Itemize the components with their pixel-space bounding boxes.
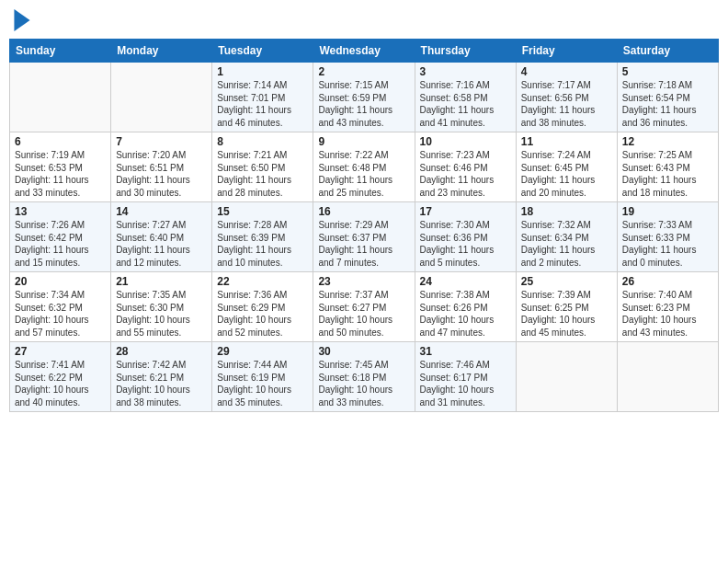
week-row-5: 27Sunrise: 7:41 AM Sunset: 6:22 PM Dayli…	[10, 342, 719, 412]
page-header	[9, 9, 719, 35]
day-of-week-wednesday: Wednesday	[313, 40, 415, 63]
day-detail: Sunrise: 7:38 AM Sunset: 6:26 PM Dayligh…	[420, 289, 511, 339]
calendar-cell: 25Sunrise: 7:39 AM Sunset: 6:25 PM Dayli…	[516, 272, 617, 342]
calendar-cell: 30Sunrise: 7:45 AM Sunset: 6:18 PM Dayli…	[313, 342, 415, 412]
day-detail: Sunrise: 7:27 AM Sunset: 6:40 PM Dayligh…	[116, 219, 207, 269]
day-detail: Sunrise: 7:29 AM Sunset: 6:37 PM Dayligh…	[318, 219, 409, 269]
day-detail: Sunrise: 7:41 AM Sunset: 6:22 PM Dayligh…	[15, 359, 106, 408]
calendar-cell: 29Sunrise: 7:44 AM Sunset: 6:19 PM Dayli…	[212, 342, 313, 412]
day-detail: Sunrise: 7:15 AM Sunset: 6:59 PM Dayligh…	[318, 79, 409, 129]
day-detail: Sunrise: 7:25 AM Sunset: 6:43 PM Dayligh…	[622, 149, 713, 199]
week-row-1: 1Sunrise: 7:14 AM Sunset: 7:01 PM Daylig…	[10, 63, 719, 132]
day-number: 19	[622, 205, 713, 218]
calendar-cell: 11Sunrise: 7:24 AM Sunset: 6:45 PM Dayli…	[516, 132, 617, 202]
day-detail: Sunrise: 7:16 AM Sunset: 6:58 PM Dayligh…	[420, 79, 511, 129]
calendar-cell: 31Sunrise: 7:46 AM Sunset: 6:17 PM Dayli…	[415, 342, 516, 412]
calendar-body: 1Sunrise: 7:14 AM Sunset: 7:01 PM Daylig…	[10, 63, 719, 412]
calendar-cell: 1Sunrise: 7:14 AM Sunset: 7:01 PM Daylig…	[212, 63, 313, 132]
calendar-cell: 5Sunrise: 7:18 AM Sunset: 6:54 PM Daylig…	[617, 63, 718, 132]
day-of-week-thursday: Thursday	[415, 40, 516, 63]
day-number: 13	[15, 205, 106, 218]
calendar-cell: 3Sunrise: 7:16 AM Sunset: 6:58 PM Daylig…	[415, 63, 516, 132]
day-number: 18	[521, 205, 612, 218]
day-number: 10	[420, 135, 511, 148]
calendar-cell: 4Sunrise: 7:17 AM Sunset: 6:56 PM Daylig…	[516, 63, 617, 132]
day-of-week-friday: Friday	[516, 40, 617, 63]
day-detail: Sunrise: 7:33 AM Sunset: 6:33 PM Dayligh…	[622, 219, 713, 269]
day-detail: Sunrise: 7:45 AM Sunset: 6:18 PM Dayligh…	[318, 359, 409, 408]
calendar-cell: 26Sunrise: 7:40 AM Sunset: 6:23 PM Dayli…	[617, 272, 718, 342]
day-detail: Sunrise: 7:37 AM Sunset: 6:27 PM Dayligh…	[318, 289, 409, 339]
day-number: 20	[15, 275, 106, 288]
day-number: 22	[217, 275, 308, 288]
week-row-2: 6Sunrise: 7:19 AM Sunset: 6:53 PM Daylig…	[10, 132, 719, 202]
calendar-header: SundayMondayTuesdayWednesdayThursdayFrid…	[10, 40, 719, 63]
day-detail: Sunrise: 7:44 AM Sunset: 6:19 PM Dayligh…	[217, 359, 308, 408]
day-number: 12	[622, 135, 713, 148]
calendar-cell: 2Sunrise: 7:15 AM Sunset: 6:59 PM Daylig…	[313, 63, 415, 132]
day-detail: Sunrise: 7:26 AM Sunset: 6:42 PM Dayligh…	[15, 219, 106, 269]
calendar-cell: 18Sunrise: 7:32 AM Sunset: 6:34 PM Dayli…	[516, 202, 617, 272]
logo-icon	[13, 9, 31, 31]
day-detail: Sunrise: 7:36 AM Sunset: 6:29 PM Dayligh…	[217, 289, 308, 339]
day-number: 26	[622, 275, 713, 288]
days-of-week-row: SundayMondayTuesdayWednesdayThursdayFrid…	[10, 40, 719, 63]
day-number: 21	[116, 275, 207, 288]
day-detail: Sunrise: 7:23 AM Sunset: 6:46 PM Dayligh…	[420, 149, 511, 199]
day-number: 25	[521, 275, 612, 288]
day-number: 17	[420, 205, 511, 218]
day-number: 23	[318, 275, 409, 288]
day-detail: Sunrise: 7:21 AM Sunset: 6:50 PM Dayligh…	[217, 149, 308, 199]
day-detail: Sunrise: 7:39 AM Sunset: 6:25 PM Dayligh…	[521, 289, 612, 339]
calendar-cell: 27Sunrise: 7:41 AM Sunset: 6:22 PM Dayli…	[10, 342, 111, 412]
week-row-4: 20Sunrise: 7:34 AM Sunset: 6:32 PM Dayli…	[10, 272, 719, 342]
day-number: 7	[116, 135, 207, 148]
calendar-cell	[617, 342, 718, 412]
day-number: 24	[420, 275, 511, 288]
calendar-cell: 10Sunrise: 7:23 AM Sunset: 6:46 PM Dayli…	[415, 132, 516, 202]
calendar-cell: 13Sunrise: 7:26 AM Sunset: 6:42 PM Dayli…	[10, 202, 111, 272]
calendar-cell: 12Sunrise: 7:25 AM Sunset: 6:43 PM Dayli…	[617, 132, 718, 202]
logo	[13, 9, 33, 35]
calendar-cell	[10, 63, 111, 132]
day-detail: Sunrise: 7:42 AM Sunset: 6:21 PM Dayligh…	[116, 359, 207, 408]
day-detail: Sunrise: 7:40 AM Sunset: 6:23 PM Dayligh…	[622, 289, 713, 339]
day-number: 15	[217, 205, 308, 218]
svg-marker-0	[14, 9, 29, 31]
calendar-cell: 24Sunrise: 7:38 AM Sunset: 6:26 PM Dayli…	[415, 272, 516, 342]
day-detail: Sunrise: 7:30 AM Sunset: 6:36 PM Dayligh…	[420, 219, 511, 269]
calendar-cell: 28Sunrise: 7:42 AM Sunset: 6:21 PM Dayli…	[111, 342, 212, 412]
calendar-cell: 15Sunrise: 7:28 AM Sunset: 6:39 PM Dayli…	[212, 202, 313, 272]
day-number: 6	[15, 135, 106, 148]
calendar-cell	[516, 342, 617, 412]
day-detail: Sunrise: 7:32 AM Sunset: 6:34 PM Dayligh…	[521, 219, 612, 269]
calendar-cell: 17Sunrise: 7:30 AM Sunset: 6:36 PM Dayli…	[415, 202, 516, 272]
day-number: 30	[318, 345, 409, 358]
day-number: 9	[318, 135, 409, 148]
calendar-cell: 21Sunrise: 7:35 AM Sunset: 6:30 PM Dayli…	[111, 272, 212, 342]
calendar-cell: 6Sunrise: 7:19 AM Sunset: 6:53 PM Daylig…	[10, 132, 111, 202]
day-number: 1	[217, 65, 308, 78]
calendar-cell: 14Sunrise: 7:27 AM Sunset: 6:40 PM Dayli…	[111, 202, 212, 272]
day-number: 8	[217, 135, 308, 148]
day-number: 5	[622, 65, 713, 78]
day-number: 3	[420, 65, 511, 78]
day-detail: Sunrise: 7:28 AM Sunset: 6:39 PM Dayligh…	[217, 219, 308, 269]
day-number: 29	[217, 345, 308, 358]
day-detail: Sunrise: 7:46 AM Sunset: 6:17 PM Dayligh…	[420, 359, 511, 408]
day-detail: Sunrise: 7:22 AM Sunset: 6:48 PM Dayligh…	[318, 149, 409, 199]
day-number: 28	[116, 345, 207, 358]
day-number: 2	[318, 65, 409, 78]
day-number: 4	[521, 65, 612, 78]
day-number: 16	[318, 205, 409, 218]
calendar-cell: 8Sunrise: 7:21 AM Sunset: 6:50 PM Daylig…	[212, 132, 313, 202]
day-of-week-saturday: Saturday	[617, 40, 718, 63]
calendar-cell: 20Sunrise: 7:34 AM Sunset: 6:32 PM Dayli…	[10, 272, 111, 342]
day-number: 27	[15, 345, 106, 358]
calendar-cell: 22Sunrise: 7:36 AM Sunset: 6:29 PM Dayli…	[212, 272, 313, 342]
day-number: 31	[420, 345, 511, 358]
day-of-week-tuesday: Tuesday	[212, 40, 313, 63]
day-of-week-monday: Monday	[111, 40, 212, 63]
week-row-3: 13Sunrise: 7:26 AM Sunset: 6:42 PM Dayli…	[10, 202, 719, 272]
day-detail: Sunrise: 7:20 AM Sunset: 6:51 PM Dayligh…	[116, 149, 207, 199]
